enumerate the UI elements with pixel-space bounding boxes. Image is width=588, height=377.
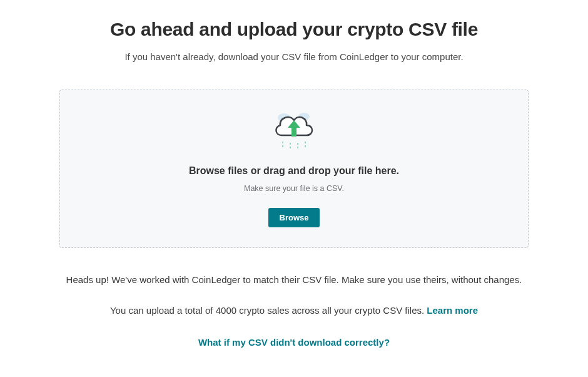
browse-button[interactable]: Browse — [268, 208, 320, 227]
upload-page: Go ahead and upload your crypto CSV file… — [0, 0, 588, 348]
upload-limit-note: You can upload a total of 4000 crypto sa… — [31, 305, 557, 316]
csv-help-link[interactable]: What if my CSV didn't download correctly… — [31, 337, 557, 348]
dropzone-instruction: Browse files or drag and drop your file … — [189, 165, 399, 177]
heads-up-note: Heads up! We've worked with CoinLedger t… — [31, 273, 557, 287]
cloud-upload-icon — [269, 106, 319, 153]
upload-limit-text: You can upload a total of 4000 crypto sa… — [110, 305, 427, 316]
page-subtitle: If you haven't already, download your CS… — [31, 51, 557, 62]
file-dropzone[interactable]: Browse files or drag and drop your file … — [59, 90, 529, 248]
dropzone-hint: Make sure your file is a CSV. — [244, 184, 344, 193]
page-title: Go ahead and upload your crypto CSV file — [31, 19, 557, 40]
learn-more-link[interactable]: Learn more — [427, 305, 478, 316]
